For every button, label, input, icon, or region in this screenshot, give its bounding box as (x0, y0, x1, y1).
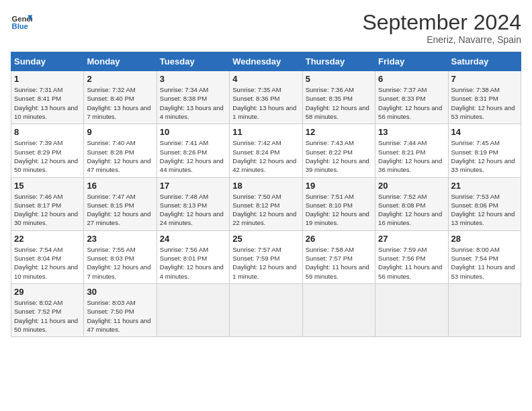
calendar-cell: 10Sunrise: 7:41 AMSunset: 8:26 PMDayligh… (157, 124, 229, 177)
calendar-cell: 1Sunrise: 7:31 AMSunset: 8:41 PMDaylight… (11, 71, 84, 124)
day-info: Sunrise: 7:53 AMSunset: 8:06 PMDaylight:… (451, 192, 518, 228)
day-number: 6 (378, 74, 445, 84)
day-info: Sunrise: 7:56 AMSunset: 8:01 PMDaylight:… (160, 245, 226, 281)
calendar-cell: 5Sunrise: 7:36 AMSunset: 8:35 PMDaylight… (302, 71, 375, 124)
calendar-cell: 18Sunrise: 7:50 AMSunset: 8:12 PMDayligh… (230, 177, 302, 230)
calendar-cell: 3Sunrise: 7:34 AMSunset: 8:38 PMDaylight… (157, 71, 229, 124)
calendar-cell: 19Sunrise: 7:51 AMSunset: 8:10 PMDayligh… (302, 177, 375, 230)
day-info: Sunrise: 7:41 AMSunset: 8:26 PMDaylight:… (160, 138, 226, 174)
calendar-week-row: 1Sunrise: 7:31 AMSunset: 8:41 PMDaylight… (11, 71, 521, 124)
day-number: 11 (232, 127, 299, 137)
day-number: 19 (306, 181, 372, 191)
calendar-cell: 15Sunrise: 7:46 AMSunset: 8:17 PMDayligh… (11, 177, 84, 230)
day-info: Sunrise: 7:35 AMSunset: 8:36 PMDaylight:… (232, 85, 299, 121)
location-subtitle: Eneriz, Navarre, Spain (362, 34, 521, 45)
month-title: September 2024 (362, 11, 521, 34)
svg-text:Blue: Blue (12, 22, 28, 30)
day-number: 20 (378, 181, 445, 191)
day-number: 29 (14, 287, 81, 297)
day-number: 26 (306, 234, 372, 244)
day-info: Sunrise: 7:39 AMSunset: 8:29 PMDaylight:… (14, 138, 81, 174)
calendar-cell: 8Sunrise: 7:39 AMSunset: 8:29 PMDaylight… (11, 124, 84, 177)
day-info: Sunrise: 7:46 AMSunset: 8:17 PMDaylight:… (14, 192, 81, 228)
day-info: Sunrise: 7:31 AMSunset: 8:41 PMDaylight:… (14, 85, 81, 121)
logo: General Blue (11, 11, 32, 32)
day-info: Sunrise: 7:50 AMSunset: 8:12 PMDaylight:… (232, 192, 299, 228)
calendar-cell: 11Sunrise: 7:42 AMSunset: 8:24 PMDayligh… (230, 124, 302, 177)
calendar-cell: 4Sunrise: 7:35 AMSunset: 8:36 PMDaylight… (230, 71, 302, 124)
day-info: Sunrise: 7:32 AMSunset: 8:40 PMDaylight:… (87, 85, 153, 121)
day-info: Sunrise: 7:40 AMSunset: 8:28 PMDaylight:… (87, 138, 153, 174)
day-number: 7 (451, 74, 518, 84)
calendar-week-row: 22Sunrise: 7:54 AMSunset: 8:04 PMDayligh… (11, 230, 521, 283)
day-number: 14 (451, 127, 518, 137)
day-number: 23 (87, 234, 153, 244)
day-info: Sunrise: 7:55 AMSunset: 8:03 PMDaylight:… (87, 245, 153, 281)
calendar-body: 1Sunrise: 7:31 AMSunset: 8:41 PMDaylight… (11, 71, 521, 337)
calendar-cell: 21Sunrise: 7:53 AMSunset: 8:06 PMDayligh… (448, 177, 521, 230)
day-number: 28 (451, 234, 518, 244)
day-number: 2 (87, 74, 153, 84)
calendar-table: SundayMondayTuesdayWednesdayThursdayFrid… (11, 52, 521, 337)
day-number: 5 (306, 74, 372, 84)
day-number: 27 (378, 234, 445, 244)
weekday-header-tuesday: Tuesday (157, 52, 229, 71)
day-number: 8 (14, 127, 81, 137)
weekday-header-thursday: Thursday (302, 52, 375, 71)
day-info: Sunrise: 7:47 AMSunset: 8:15 PMDaylight:… (87, 192, 153, 228)
calendar-cell: 7Sunrise: 7:38 AMSunset: 8:31 PMDaylight… (448, 71, 521, 124)
calendar-cell: 9Sunrise: 7:40 AMSunset: 8:28 PMDaylight… (84, 124, 157, 177)
calendar-cell (375, 283, 448, 336)
day-number: 25 (232, 234, 299, 244)
calendar-cell: 6Sunrise: 7:37 AMSunset: 8:33 PMDaylight… (375, 71, 448, 124)
weekday-header-wednesday: Wednesday (230, 52, 302, 71)
day-number: 18 (232, 181, 299, 191)
day-info: Sunrise: 7:36 AMSunset: 8:35 PMDaylight:… (306, 85, 372, 121)
day-number: 12 (306, 127, 372, 137)
day-number: 9 (87, 127, 153, 137)
day-info: Sunrise: 7:43 AMSunset: 8:22 PMDaylight:… (306, 138, 372, 174)
title-block: September 2024 Eneriz, Navarre, Spain (362, 11, 521, 45)
day-number: 10 (160, 127, 226, 137)
day-info: Sunrise: 7:45 AMSunset: 8:19 PMDaylight:… (451, 138, 518, 174)
calendar-cell (448, 283, 521, 336)
calendar-week-row: 15Sunrise: 7:46 AMSunset: 8:17 PMDayligh… (11, 177, 521, 230)
calendar-cell: 16Sunrise: 7:47 AMSunset: 8:15 PMDayligh… (84, 177, 157, 230)
calendar-cell (157, 283, 229, 336)
day-info: Sunrise: 7:44 AMSunset: 8:21 PMDaylight:… (378, 138, 445, 174)
calendar-cell: 2Sunrise: 7:32 AMSunset: 8:40 PMDaylight… (84, 71, 157, 124)
calendar-cell: 20Sunrise: 7:52 AMSunset: 8:08 PMDayligh… (375, 177, 448, 230)
calendar-cell: 28Sunrise: 8:00 AMSunset: 7:54 PMDayligh… (448, 230, 521, 283)
day-number: 15 (14, 181, 81, 191)
calendar-cell: 27Sunrise: 7:59 AMSunset: 7:56 PMDayligh… (375, 230, 448, 283)
day-info: Sunrise: 7:59 AMSunset: 7:56 PMDaylight:… (378, 245, 445, 281)
day-info: Sunrise: 7:38 AMSunset: 8:31 PMDaylight:… (451, 85, 518, 121)
calendar-week-row: 29Sunrise: 8:02 AMSunset: 7:52 PMDayligh… (11, 283, 521, 336)
calendar-cell: 26Sunrise: 7:58 AMSunset: 7:57 PMDayligh… (302, 230, 375, 283)
logo-icon: General Blue (11, 11, 32, 32)
day-info: Sunrise: 7:37 AMSunset: 8:33 PMDaylight:… (378, 85, 445, 121)
calendar-cell: 25Sunrise: 7:57 AMSunset: 7:59 PMDayligh… (230, 230, 302, 283)
day-number: 22 (14, 234, 81, 244)
day-info: Sunrise: 7:42 AMSunset: 8:24 PMDaylight:… (232, 138, 299, 174)
day-info: Sunrise: 7:51 AMSunset: 8:10 PMDaylight:… (306, 192, 372, 228)
calendar-cell (230, 283, 302, 336)
calendar-cell (302, 283, 375, 336)
weekday-header-sunday: Sunday (11, 52, 84, 71)
day-info: Sunrise: 7:48 AMSunset: 8:13 PMDaylight:… (160, 192, 226, 228)
calendar-cell: 22Sunrise: 7:54 AMSunset: 8:04 PMDayligh… (11, 230, 84, 283)
calendar-cell: 12Sunrise: 7:43 AMSunset: 8:22 PMDayligh… (302, 124, 375, 177)
day-info: Sunrise: 7:52 AMSunset: 8:08 PMDaylight:… (378, 192, 445, 228)
weekday-header-saturday: Saturday (448, 52, 521, 71)
calendar-cell: 17Sunrise: 7:48 AMSunset: 8:13 PMDayligh… (157, 177, 229, 230)
day-info: Sunrise: 7:57 AMSunset: 7:59 PMDaylight:… (232, 245, 299, 281)
day-info: Sunrise: 7:54 AMSunset: 8:04 PMDaylight:… (14, 245, 81, 281)
day-info: Sunrise: 7:58 AMSunset: 7:57 PMDaylight:… (306, 245, 372, 281)
calendar-cell: 29Sunrise: 8:02 AMSunset: 7:52 PMDayligh… (11, 283, 84, 336)
day-number: 4 (232, 74, 299, 84)
weekday-header-row: SundayMondayTuesdayWednesdayThursdayFrid… (11, 52, 521, 71)
day-number: 13 (378, 127, 445, 137)
weekday-header-friday: Friday (375, 52, 448, 71)
calendar-cell: 23Sunrise: 7:55 AMSunset: 8:03 PMDayligh… (84, 230, 157, 283)
day-info: Sunrise: 7:34 AMSunset: 8:38 PMDaylight:… (160, 85, 226, 121)
